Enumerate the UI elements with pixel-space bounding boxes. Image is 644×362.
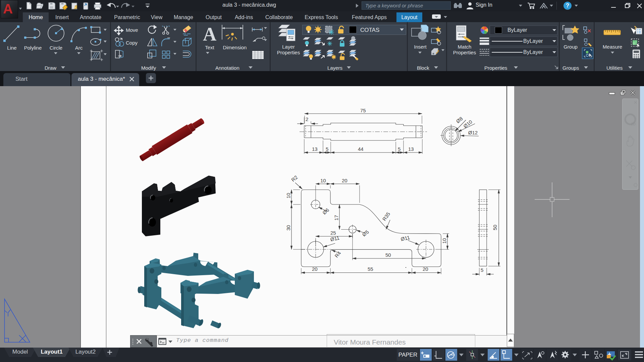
svg-text:2D: 2D: [631, 122, 636, 126]
svg-text:COTAS: COTAS: [360, 27, 379, 33]
